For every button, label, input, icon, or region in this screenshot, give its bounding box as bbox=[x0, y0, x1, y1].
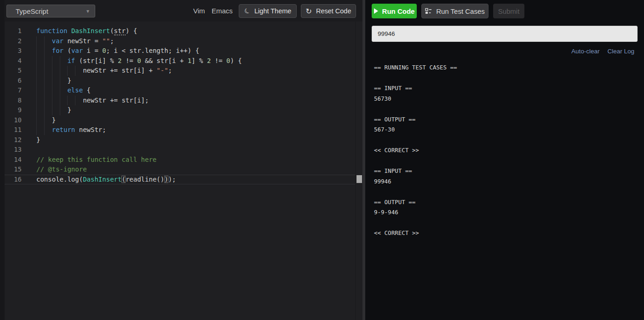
indent-guide bbox=[75, 96, 75, 106]
indent-guide bbox=[36, 86, 37, 96]
auto-clear-link[interactable]: Auto-clear bbox=[571, 48, 600, 55]
indent-guide bbox=[75, 66, 75, 76]
line-number: 15 bbox=[5, 165, 22, 175]
console-line bbox=[374, 135, 640, 146]
line-number: 7 bbox=[5, 86, 22, 96]
editor-panel: TypeScript ▼ Vim Emacs ☾ Light Theme ↻ R… bbox=[5, 0, 362, 320]
indent-guide bbox=[60, 96, 60, 106]
indent-guide bbox=[44, 66, 45, 76]
code-line[interactable]: 12} bbox=[5, 135, 362, 145]
language-select[interactable]: TypeScript ▼ bbox=[6, 5, 95, 17]
log-links: Auto-clear Clear Log bbox=[571, 48, 634, 55]
console-line bbox=[374, 104, 640, 114]
console-line: 9-9-946 bbox=[374, 207, 640, 218]
clear-log-link[interactable]: Clear Log bbox=[607, 48, 634, 55]
indent-guide bbox=[52, 56, 52, 66]
code-line-content: } bbox=[36, 105, 362, 115]
indent-guide bbox=[52, 76, 52, 86]
indent-guide bbox=[44, 36, 45, 46]
code-line[interactable]: 7 else { bbox=[5, 86, 362, 96]
language-select-value: TypeScript bbox=[16, 7, 86, 15]
line-number: 8 bbox=[5, 96, 22, 106]
indent-guide bbox=[36, 125, 37, 135]
code-line[interactable]: 15// @ts-ignore bbox=[5, 165, 362, 175]
vim-mode-link[interactable]: Vim bbox=[193, 7, 205, 15]
light-theme-label: Light Theme bbox=[254, 7, 291, 15]
indent-guide bbox=[44, 56, 45, 66]
console-line: == RUNNING TEST CASES == bbox=[374, 63, 640, 73]
line-number: 11 bbox=[5, 125, 22, 135]
emacs-mode-link[interactable]: Emacs bbox=[212, 7, 233, 15]
code-line[interactable]: 9 } bbox=[5, 105, 362, 115]
code-line[interactable]: 2 var newStr = ""; bbox=[5, 36, 362, 46]
console-line bbox=[374, 73, 640, 84]
code-line[interactable]: 13 bbox=[5, 145, 362, 155]
editor-scrollbar-thumb[interactable] bbox=[356, 175, 362, 183]
line-number: 3 bbox=[5, 46, 22, 56]
code-line-content: } bbox=[36, 115, 362, 126]
indent-guide bbox=[60, 56, 60, 66]
line-number: 1 bbox=[5, 26, 22, 36]
run-test-cases-button[interactable]: Run Test Cases bbox=[421, 4, 489, 18]
indent-guide bbox=[36, 76, 37, 86]
line-number: 2 bbox=[5, 36, 22, 46]
code-line-content: else { bbox=[36, 86, 362, 96]
indent-guide bbox=[44, 86, 45, 96]
indent-guide bbox=[60, 76, 60, 86]
light-theme-button[interactable]: ☾ Light Theme bbox=[239, 4, 297, 18]
console-line bbox=[374, 218, 640, 229]
code-line[interactable]: 5 newStr += str[i] + "-"; bbox=[5, 66, 362, 76]
run-code-button[interactable]: Run Code bbox=[372, 4, 417, 18]
code-line[interactable]: 14// keep this function call here bbox=[5, 155, 362, 165]
console-line: << CORRECT >> bbox=[374, 228, 640, 239]
code-line-content: // @ts-ignore bbox=[36, 165, 362, 175]
code-line[interactable]: 4 if (str[i] % 2 != 0 && str[i + 1] % 2 … bbox=[5, 56, 362, 66]
indent-guide bbox=[67, 96, 68, 106]
code-line-content: newStr += str[i] + "-"; bbox=[36, 66, 362, 76]
line-number: 12 bbox=[5, 135, 22, 145]
code-line[interactable]: 10 } bbox=[5, 115, 362, 126]
indent-guide bbox=[36, 115, 37, 126]
indent-guide bbox=[44, 105, 45, 115]
code-line[interactable]: 11 return newStr; bbox=[5, 125, 362, 135]
code-line[interactable]: 1function DashInsert(str) { bbox=[5, 26, 362, 36]
indent-guide bbox=[36, 36, 37, 46]
code-line-content: return newStr; bbox=[36, 125, 362, 135]
code-line[interactable]: 8 newStr += str[i]; bbox=[5, 96, 362, 106]
reset-code-button[interactable]: ↻ Reset Code bbox=[301, 4, 356, 18]
run-test-cases-label: Run Test Cases bbox=[436, 7, 485, 15]
code-line-content bbox=[36, 145, 362, 155]
code-editor[interactable]: 1function DashInsert(str) {2 var newStr … bbox=[5, 22, 362, 320]
console-line bbox=[374, 187, 640, 197]
indent-guide bbox=[44, 46, 45, 56]
indent-guide bbox=[36, 46, 37, 56]
code-line[interactable]: 16console.log(DashInsert(readline())); bbox=[5, 175, 362, 185]
indent-guide bbox=[36, 105, 37, 115]
stdin-input[interactable] bbox=[372, 26, 638, 42]
code-line-content: } bbox=[36, 135, 362, 145]
editor-toolbar: TypeScript ▼ Vim Emacs ☾ Light Theme ↻ R… bbox=[5, 0, 362, 22]
reset-icon: ↻ bbox=[306, 7, 312, 16]
play-icon bbox=[374, 8, 378, 14]
submit-button[interactable]: Submit bbox=[493, 4, 524, 18]
indent-guide bbox=[52, 66, 52, 76]
code-line[interactable]: 3 for (var i = 0; i < str.length; i++) { bbox=[5, 46, 362, 56]
indent-guide bbox=[44, 96, 45, 106]
line-number: 10 bbox=[5, 115, 22, 126]
code-line-content: var newStr = ""; bbox=[36, 36, 362, 46]
code-line-content: for (var i = 0; i < str.length; i++) { bbox=[36, 46, 362, 56]
run-code-label: Run Code bbox=[382, 7, 415, 15]
editor-scrollbar-track bbox=[355, 22, 356, 320]
indent-guide bbox=[67, 66, 68, 76]
code-line-content: function DashInsert(str) { bbox=[36, 26, 362, 36]
console-line bbox=[374, 156, 640, 166]
code-line[interactable]: 6 } bbox=[5, 76, 362, 86]
console-line: == OUTPUT == bbox=[374, 197, 640, 208]
code-line-content: } bbox=[36, 76, 362, 86]
moon-icon: ☾ bbox=[242, 6, 252, 16]
console-output: == RUNNING TEST CASES == == INPUT ==5673… bbox=[374, 63, 640, 239]
line-number: 16 bbox=[5, 175, 22, 185]
indent-guide bbox=[36, 96, 37, 106]
code-line-content: newStr += str[i]; bbox=[36, 96, 362, 106]
line-number: 14 bbox=[5, 155, 22, 165]
